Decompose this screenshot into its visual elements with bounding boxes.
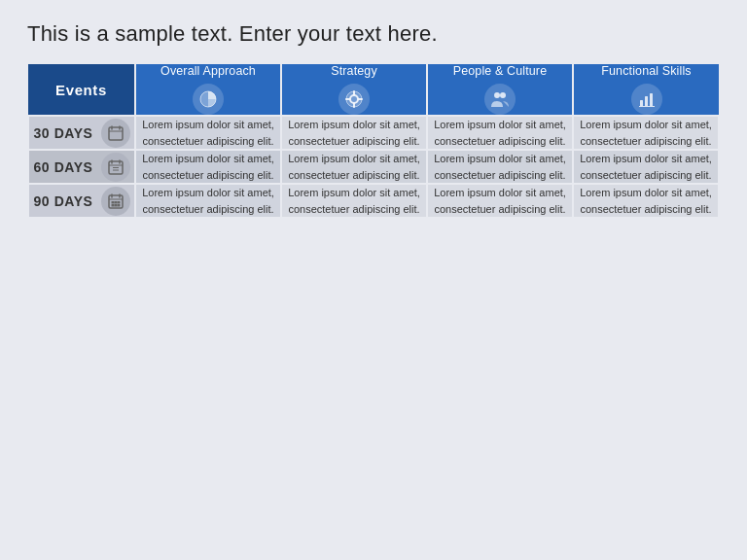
cell-60-strategy: Lorem ipsum dolor sit amet, consectetuer… [281,150,427,184]
overall-approach-icon [193,84,224,115]
cell-90-overall: Lorem ipsum dolor sit amet, consectetuer… [135,184,281,218]
row-90-text: 90 DAYS [34,193,93,209]
row-90-icon [101,187,130,216]
col-title-functional: Functional Skills [574,64,719,78]
col-title-strategy: Strategy [282,64,426,78]
cell-60-people: Lorem ipsum dolor sit amet, consectetuer… [427,150,573,184]
col-title-overall: Overall Approach [136,64,280,78]
cell-90-people: Lorem ipsum dolor sit amet, consectetuer… [427,184,573,218]
bar-chart-icon [638,90,656,108]
pie-chart-icon [199,90,217,108]
people-group-icon [490,90,510,108]
svg-rect-9 [640,100,643,106]
table-row-90days: 90 DAYS [28,184,719,218]
page-title: This is a sample text. Enter your text h… [27,21,720,47]
svg-rect-28 [114,201,117,204]
cell-30-strategy: Lorem ipsum dolor sit amet, consectetuer… [281,116,427,150]
header-row: Events Overall Approach Strategy [28,64,719,116]
svg-rect-27 [111,201,114,204]
main-table: Events Overall Approach Strategy [27,64,720,219]
cell-90-functional: Lorem ipsum dolor sit amet, consectetuer… [573,184,719,218]
gear-icon [345,90,363,108]
svg-rect-10 [645,96,648,106]
table-row-60days: 60 DAYS [28,150,719,184]
svg-rect-11 [650,93,653,106]
row-30-text: 30 DAYS [34,125,93,141]
col-title-people: People & Culture [428,64,572,78]
strategy-icon [338,84,370,115]
cell-60-overall: Lorem ipsum dolor sit amet, consectetuer… [135,150,281,184]
row-label-60: 60 DAYS [28,150,135,184]
cell-60-functional: Lorem ipsum dolor sit amet, consectetuer… [573,150,719,184]
svg-rect-13 [109,127,123,140]
row-60-text: 60 DAYS [34,159,93,175]
row-30-icon [101,119,130,148]
row-label-90: 90 DAYS [28,184,135,218]
cell-30-overall: Lorem ipsum dolor sit amet, consectetuer… [135,116,281,150]
svg-point-8 [500,92,506,98]
svg-rect-29 [117,201,120,204]
svg-rect-32 [117,204,120,207]
col-header-functional: Functional Skills [573,64,719,116]
events-header: Events [28,64,135,116]
svg-rect-30 [111,204,114,207]
svg-point-7 [494,92,500,98]
col-header-strategy: Strategy [281,64,427,116]
col-header-overall: Overall Approach [135,64,281,116]
row-label-30: 30 DAYS [28,116,135,150]
functional-skills-icon [631,84,662,115]
page-wrapper: This is a sample text. Enter your text h… [0,0,747,560]
people-icon [484,84,516,115]
table-row-30days: 30 DAYS Lorem ipsum dolor sit amet, c [28,116,719,150]
cell-90-strategy: Lorem ipsum dolor sit amet, consectetuer… [281,184,427,218]
table-body: 30 DAYS Lorem ipsum dolor sit amet, c [28,116,719,218]
svg-rect-31 [114,204,117,207]
row-60-icon [101,153,130,182]
cell-30-functional: Lorem ipsum dolor sit amet, consectetuer… [573,116,719,150]
col-header-people: People & Culture [427,64,573,116]
cell-30-people: Lorem ipsum dolor sit amet, consectetuer… [427,116,573,150]
